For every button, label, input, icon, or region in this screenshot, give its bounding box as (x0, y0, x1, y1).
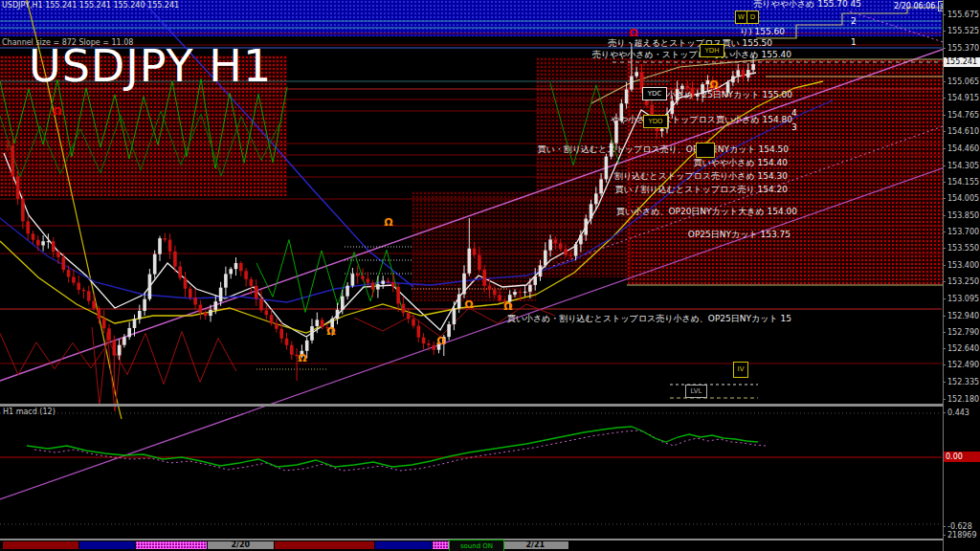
price-axis-label: 152.490 (947, 361, 979, 369)
price-axis-label: 154.005 (947, 194, 979, 203)
price-axis-label: 154.460 (947, 144, 979, 153)
chart-area[interactable] (0, 11, 942, 404)
price-axis-label: 154.155 (947, 178, 979, 187)
timeline-date-label: 2/20 (232, 540, 251, 549)
price-axis-label: 153.400 (947, 261, 979, 270)
macd-axis-extra: 218969 (947, 531, 977, 540)
session-segment (3, 541, 78, 549)
macd-axis-min: -0.628 (947, 522, 972, 531)
price-axis-label: 154.610 (947, 127, 979, 136)
price-axis[interactable]: 155.675155.525155.370155.065154.915154.7… (943, 0, 980, 551)
timeline-date-label: 2/21 (526, 540, 546, 549)
price-axis-label: 154.915 (947, 94, 979, 102)
price-axis-label: 152.335 (947, 378, 979, 386)
price-axis-label: 155.525 (947, 27, 979, 35)
price-axis-label: 155.370 (947, 44, 979, 53)
macd-current-value-tag: 0.00 (944, 452, 980, 462)
session-segment (136, 541, 207, 549)
price-axis-label: 154.305 (947, 162, 979, 170)
updated-time: 2/20 06:06 (894, 2, 936, 11)
price-axis-label: 153.095 (947, 295, 979, 303)
price-axis-label: 152.180 (947, 395, 979, 404)
price-axis-label: 153.700 (947, 228, 979, 236)
session-segment (275, 541, 374, 549)
price-axis-label: 154.765 (947, 111, 979, 120)
symbol-ohlc-readout: USDJPY,H1 155.241 155.241 155.240 155.24… (2, 1, 179, 10)
mt4-chart-window: USDJPY,H1 155.241 155.241 155.240 155.24… (0, 0, 980, 551)
price-axis-label: 155.065 (947, 77, 979, 86)
price-axis-label: 152.790 (947, 328, 979, 337)
current-price-tag: 155.241 (944, 57, 980, 67)
price-axis-label: 153.250 (947, 277, 979, 286)
price-axis-label: 152.940 (947, 312, 979, 320)
price-axis-label: 155.675 (947, 11, 979, 19)
price-axis-label: 152.640 (947, 344, 979, 353)
price-axis-label: 153.550 (947, 244, 979, 253)
price-axis-label: 153.850 (947, 211, 979, 220)
indicator-pane-area[interactable] (0, 407, 942, 539)
price-annotation-0: 売りやや小さめ 155.70 45 (753, 0, 861, 11)
sound-toggle-button[interactable]: sound ON (449, 540, 504, 551)
session-segment (79, 541, 135, 549)
session-segment (375, 541, 432, 549)
macd-axis-max: 0.443 (947, 408, 969, 417)
